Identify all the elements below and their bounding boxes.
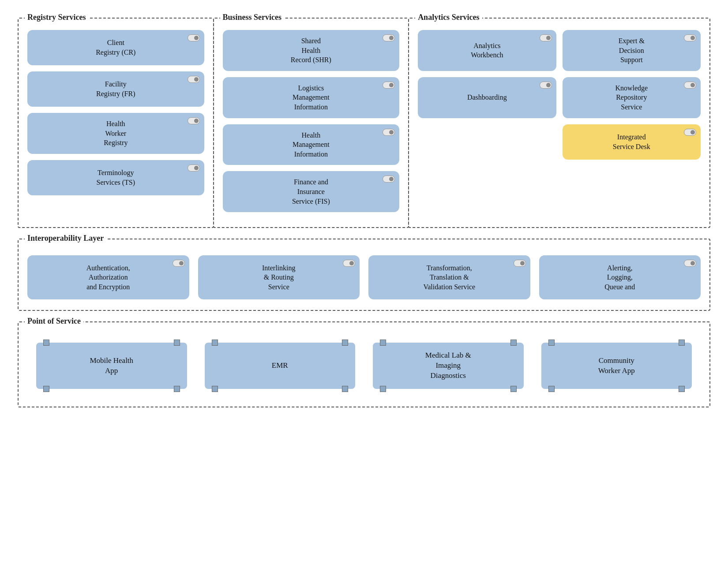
facility-registry-toggle[interactable] <box>188 76 200 83</box>
transformation-translation-text: Transformation,Translation &Validation S… <box>376 263 522 292</box>
auth-encryption-text: Authentication,Authorizationand Encrypti… <box>35 263 181 292</box>
registry-cards: ClientRegistry (CR) FacilityRegistry (FR… <box>27 30 204 202</box>
interlinking-routing-card[interactable]: Interlinking& RoutingService <box>198 255 360 299</box>
client-registry-card[interactable]: ClientRegistry (CR) <box>27 30 204 65</box>
connector-br <box>510 386 517 392</box>
interlinking-routing-text: Interlinking& RoutingService <box>206 263 352 292</box>
logistics-management-text: LogisticsManagementInformation <box>231 83 392 112</box>
community-worker-app-text: CommunityWorker App <box>598 356 635 376</box>
connector-bl <box>548 386 555 392</box>
dashboarding-card[interactable]: Dashboarding <box>418 77 556 118</box>
connector-tl <box>380 340 386 346</box>
medical-lab-card[interactable]: Medical Lab &ImagingDiagnostics <box>373 343 524 389</box>
interlinking-routing-toggle[interactable] <box>343 260 355 267</box>
business-section: Business Services SharedHealthRecord (SH… <box>213 18 409 228</box>
finance-insurance-text: Finance andInsuranceService (FIS) <box>231 177 392 206</box>
facility-registry-text: FacilityRegistry (FR) <box>35 79 196 98</box>
client-registry-text: ClientRegistry (CR) <box>35 38 196 57</box>
analytics-workbench-text: AnalyticsWorkbench <box>426 41 548 60</box>
pos-cards: Mobile HealthApp EMR Medical Lab &Imagin… <box>27 338 701 393</box>
expert-decision-support-toggle[interactable] <box>684 34 696 41</box>
health-management-card[interactable]: HealthManagementInformation <box>223 124 400 165</box>
connector-tr <box>510 340 517 346</box>
client-registry-toggle[interactable] <box>188 34 200 41</box>
pos-section: Point of Service Mobile HealthApp EMR <box>18 321 710 407</box>
health-management-text: HealthManagementInformation <box>231 131 392 159</box>
alerting-logging-text: Alerting,Logging,Queue and <box>547 263 693 292</box>
analytics-workbench-toggle[interactable] <box>540 34 552 41</box>
connector-tl <box>548 340 555 346</box>
analytics-workbench-card[interactable]: AnalyticsWorkbench <box>418 30 556 71</box>
transformation-translation-card[interactable]: Transformation,Translation &Validation S… <box>368 255 530 299</box>
business-cards: SharedHealthRecord (SHR) LogisticsManage… <box>223 30 400 218</box>
alerting-logging-card[interactable]: Alerting,Logging,Queue and <box>539 255 701 299</box>
integrated-service-desk-text: IntegratedService Desk <box>570 132 693 151</box>
connector-tr <box>174 340 180 346</box>
emr-card[interactable]: EMR <box>205 343 356 389</box>
interoperability-section: Interoperability Layer Authentication,Au… <box>18 239 710 311</box>
business-label: Business Services <box>220 13 285 22</box>
interoperability-label: Interoperability Layer <box>25 234 106 243</box>
finance-insurance-card[interactable]: Finance andInsuranceService (FIS) <box>223 171 400 212</box>
medical-lab-text: Medical Lab &ImagingDiagnostics <box>425 351 471 381</box>
registry-section: Registry Services ClientRegistry (CR) Fa… <box>18 18 214 228</box>
connector-br <box>342 386 348 392</box>
transformation-translation-toggle[interactable] <box>514 260 526 267</box>
community-worker-app-card[interactable]: CommunityWorker App <box>541 343 692 389</box>
registry-label: Registry Services <box>25 13 88 22</box>
connector-tl <box>212 340 218 346</box>
alerting-logging-toggle[interactable] <box>684 260 696 267</box>
main-container: Registry Services ClientRegistry (CR) Fa… <box>9 9 719 416</box>
expert-decision-support-card[interactable]: Expert &DecisionSupport <box>563 30 701 71</box>
shared-health-record-text: SharedHealthRecord (SHR) <box>231 36 392 65</box>
logistics-management-toggle[interactable] <box>383 82 395 89</box>
integrated-service-desk-toggle[interactable] <box>684 129 696 136</box>
shared-health-record-toggle[interactable] <box>383 34 395 41</box>
shared-health-record-card[interactable]: SharedHealthRecord (SHR) <box>223 30 400 71</box>
terminology-services-card[interactable]: TerminologyServices (TS) <box>27 160 204 195</box>
terminology-services-text: TerminologyServices (TS) <box>35 168 196 187</box>
mobile-health-app-text: Mobile HealthApp <box>90 356 133 376</box>
pos-label: Point of Service <box>25 317 83 326</box>
dashboarding-text: Dashboarding <box>426 93 548 102</box>
connector-br <box>679 386 685 392</box>
connector-bl <box>43 386 49 392</box>
health-worker-registry-toggle[interactable] <box>188 117 200 124</box>
analytics-section: Analytics Services AnalyticsWorkbench Ex… <box>408 18 710 228</box>
knowledge-repository-card[interactable]: KnowledgeRepositoryService <box>563 77 701 118</box>
auth-encryption-card[interactable]: Authentication,Authorizationand Encrypti… <box>27 255 189 299</box>
connector-bl <box>212 386 218 392</box>
finance-insurance-toggle[interactable] <box>383 175 395 183</box>
logistics-management-card[interactable]: LogisticsManagementInformation <box>223 77 400 118</box>
connector-br <box>174 386 180 392</box>
health-worker-registry-card[interactable]: HealthWorkerRegistry <box>27 113 204 154</box>
integrated-service-desk-card[interactable]: IntegratedService Desk <box>563 124 701 160</box>
dashboarding-toggle[interactable] <box>540 82 552 89</box>
top-row: Registry Services ClientRegistry (CR) Fa… <box>18 18 710 228</box>
mobile-health-app-card[interactable]: Mobile HealthApp <box>36 343 187 389</box>
emr-text: EMR <box>272 361 288 371</box>
connector-tl <box>43 340 49 346</box>
knowledge-repository-toggle[interactable] <box>684 82 696 89</box>
connector-tr <box>342 340 348 346</box>
health-worker-registry-text: HealthWorkerRegistry <box>35 119 196 148</box>
knowledge-repository-text: KnowledgeRepositoryService <box>570 83 693 112</box>
expert-decision-support-text: Expert &DecisionSupport <box>570 36 693 65</box>
connector-bl <box>380 386 386 392</box>
analytics-label: Analytics Services <box>415 13 482 22</box>
auth-encryption-toggle[interactable] <box>173 260 185 267</box>
analytics-grid: AnalyticsWorkbench Expert &DecisionSuppo… <box>418 30 701 160</box>
interop-cards: Authentication,Authorizationand Encrypti… <box>27 255 701 299</box>
health-management-toggle[interactable] <box>383 129 395 136</box>
terminology-services-toggle[interactable] <box>188 164 200 172</box>
facility-registry-card[interactable]: FacilityRegistry (FR) <box>27 71 204 107</box>
connector-tr <box>679 340 685 346</box>
